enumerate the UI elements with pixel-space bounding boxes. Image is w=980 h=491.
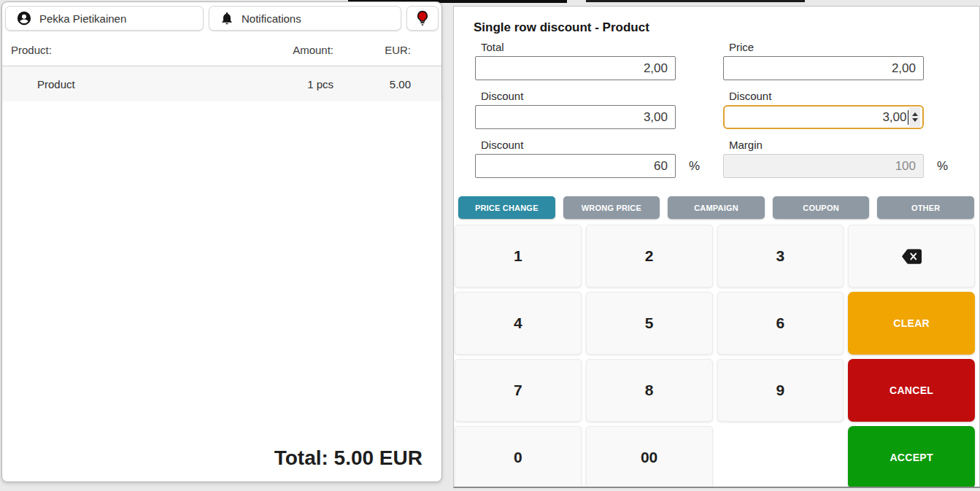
- window-top-edge: [586, 0, 805, 2]
- numpad-key-7[interactable]: 7: [455, 359, 582, 422]
- reason-campaign-button[interactable]: CAMPAIGN: [668, 196, 765, 219]
- user-button[interactable]: Pekka Pietikainen: [5, 6, 204, 31]
- discount-focused-field: Discount 3,00: [723, 90, 971, 129]
- numpad-key-6[interactable]: 6: [717, 292, 844, 355]
- notifications-button-label: Notifications: [242, 12, 301, 25]
- col-eur-header: EUR:: [333, 44, 411, 56]
- discount-sum-field: Discount: [475, 90, 723, 129]
- spinner-down-icon[interactable]: [912, 118, 918, 122]
- receipt-empty-area: [2, 101, 441, 446]
- price-field: Price: [723, 41, 971, 80]
- discount-fields: Total Price Discount Discount 3,00: [475, 41, 979, 187]
- reason-other-button[interactable]: OTHER: [877, 196, 974, 219]
- numpad-key-2[interactable]: 2: [586, 225, 713, 287]
- receipt-table-header: Product: Amount: EUR:: [2, 34, 441, 66]
- clear-button[interactable]: CLEAR: [848, 292, 975, 355]
- receipt-row-product: Product: [11, 78, 253, 90]
- person-icon: [16, 10, 32, 26]
- numpad-key-0[interactable]: 0: [455, 426, 582, 488]
- discount-focused-value: 3,00: [882, 110, 906, 125]
- notifications-button[interactable]: Notifications: [209, 6, 401, 31]
- numpad-key-8[interactable]: 8: [586, 359, 713, 422]
- price-input[interactable]: [723, 56, 924, 80]
- receipt-row-eur: 5.00: [333, 78, 411, 90]
- receipt-row[interactable]: Product 1 pcs 5.00: [2, 66, 441, 101]
- text-caret: [908, 110, 909, 125]
- lightbulb-icon: [414, 9, 431, 27]
- discount-percent-input[interactable]: [475, 154, 676, 178]
- receipt-total: Total: 5.00 EUR: [2, 446, 441, 482]
- reason-wrong-price-button[interactable]: WRONG PRICE: [563, 196, 660, 219]
- numpad-key-4[interactable]: 4: [455, 292, 582, 355]
- dialog-title: Single row discount - Product: [474, 20, 979, 35]
- numpad-key-3[interactable]: 3: [717, 225, 844, 287]
- spinner-up-icon[interactable]: [912, 112, 918, 116]
- discount-focused-field-label: Discount: [729, 90, 971, 103]
- col-product-header: Product:: [11, 44, 253, 56]
- reason-coupon-button[interactable]: COUPON: [773, 196, 870, 219]
- tips-button[interactable]: [406, 6, 439, 31]
- col-amount-header: Amount:: [253, 44, 333, 56]
- margin-field-label: Margin: [729, 139, 971, 152]
- backspace-icon: [902, 249, 922, 264]
- numpad-key-1[interactable]: 1: [455, 225, 582, 287]
- discount-sum-field-label: Discount: [481, 90, 723, 103]
- accept-button[interactable]: ACCEPT: [848, 426, 975, 488]
- discount-percent-field-label: Discount: [481, 139, 723, 152]
- user-button-label: Pekka Pietikainen: [39, 12, 126, 25]
- numpad-key-5[interactable]: 5: [586, 292, 713, 355]
- price-field-label: Price: [729, 41, 971, 54]
- cancel-button[interactable]: CANCEL: [848, 359, 975, 422]
- number-spinner[interactable]: [909, 107, 920, 127]
- margin-input: [723, 154, 924, 178]
- numpad-key-9[interactable]: 9: [717, 359, 844, 422]
- pos-receipt-panel: Pekka Pietikainen Notifications Product:…: [1, 1, 442, 482]
- bell-icon: [220, 11, 234, 26]
- discount-sum-input[interactable]: [475, 105, 676, 129]
- backspace-key[interactable]: [848, 225, 975, 287]
- percent-suffix: %: [937, 159, 948, 174]
- discount-reason-tabs: PRICE CHANGE WRONG PRICE CAMPAIGN COUPON…: [458, 196, 974, 219]
- single-row-discount-dialog: Single row discount - Product Total Pric…: [453, 6, 980, 488]
- total-input[interactable]: [475, 56, 676, 80]
- total-field-label: Total: [481, 41, 723, 54]
- pos-header-bar: Pekka Pietikainen Notifications: [2, 2, 441, 34]
- percent-suffix: %: [689, 159, 700, 174]
- discount-focused-input[interactable]: 3,00: [723, 105, 924, 129]
- reason-price-change-button[interactable]: PRICE CHANGE: [458, 196, 555, 219]
- numpad-key-00[interactable]: 00: [586, 426, 713, 488]
- numpad: 1 2 3 4 5 6 CLEAR 7 8 9 CANCEL 0 00 ACCE…: [455, 225, 975, 488]
- numpad-empty-cell: [717, 426, 844, 488]
- total-field: Total: [475, 41, 723, 80]
- margin-field: Margin %: [723, 139, 971, 178]
- receipt-row-amount: 1 pcs: [253, 78, 333, 90]
- discount-percent-field: Discount %: [475, 139, 723, 178]
